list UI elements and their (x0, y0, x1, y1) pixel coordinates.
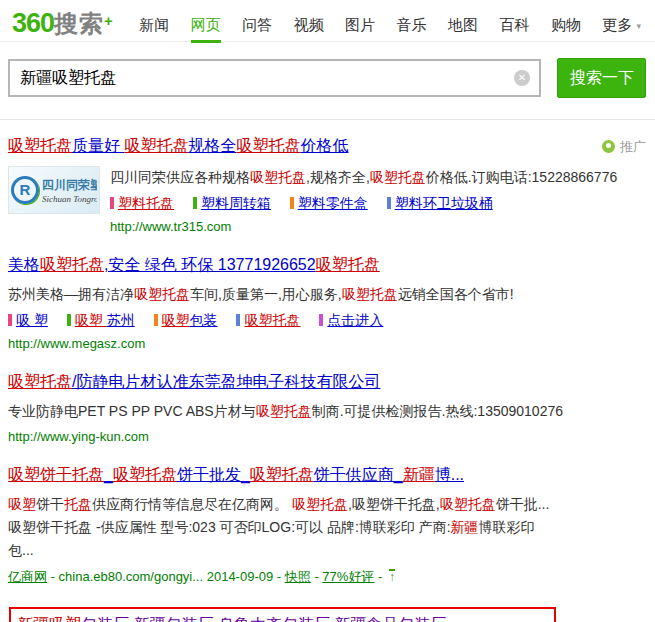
sublink-xisu-tray[interactable]: 吸塑托盘 (236, 312, 300, 328)
thumbnail-cn-text: 四川同荣塑料 (42, 177, 97, 194)
promoted-badge: 推广 (602, 138, 646, 156)
tab-shopping[interactable]: 购物 (551, 16, 581, 43)
sublink-xisu[interactable]: 吸 塑 (8, 312, 48, 328)
result-5: 新疆吸塑包装厂,新疆包装厂,乌鲁木齐包装厂,新疆食品包装厂_... 新疆安德吸塑… (17, 615, 546, 622)
thumbnail-en-text: Sichuan Tongrong (42, 194, 97, 204)
logo-360-text: 360 (12, 8, 54, 38)
sublink-trash-bin[interactable]: 塑料环卫垃圾桶 (387, 195, 493, 211)
result-2: 美格吸塑托盘,安全 绿色 环保 13771926652吸塑托盘 苏州美格—拥有洁… (8, 255, 655, 351)
promoted-label: 推广 (620, 139, 646, 154)
tab-more[interactable]: 更多 ▾ (602, 16, 641, 43)
annotation-box: 新疆吸塑包装厂,新疆包装厂,乌鲁木齐包装厂,新疆食品包装厂_... 新疆安德吸塑… (9, 607, 556, 622)
sublink-bar-icon (387, 197, 391, 209)
search-results: 推广 吸塑托盘质量好 吸塑托盘规格全吸塑托盘价格低 R 四川同荣塑料 Sichu… (0, 120, 655, 622)
clear-icon[interactable]: ✕ (514, 70, 530, 86)
logo-360-search[interactable]: 360搜索+ (12, 8, 113, 40)
sublink-bar-icon (110, 197, 114, 209)
sublink-bar-icon (319, 314, 323, 326)
result-sublinks: 塑料托盘 塑料周转箱 塑料零件盒 塑料环卫垃圾桶 (110, 195, 655, 213)
tab-video[interactable]: 视频 (294, 16, 324, 43)
sublink-bar-icon (154, 314, 158, 326)
result-1: 推广 吸塑托盘质量好 吸塑托盘规格全吸塑托盘价格低 R 四川同荣塑料 Sichu… (8, 136, 655, 234)
sublink-bar-icon (8, 314, 12, 326)
result-3: 吸塑托盘/防静电片材认准东莞盈坤电子科技有限公司 专业防静电PET PS PP … (8, 372, 655, 444)
tab-web[interactable]: 网页 (191, 16, 221, 43)
sublink-bar-icon (236, 314, 240, 326)
search-input[interactable] (10, 61, 500, 95)
result-description: 苏州美格—拥有洁净吸塑托盘车间,质量第一,用心服务,吸塑托盘远销全国各个省市! (8, 283, 655, 306)
sublink-parts-box[interactable]: 塑料零件盒 (290, 195, 368, 211)
result-4: 吸塑饼干托盘_吸塑托盘饼干批发_吸塑托盘饼干供应商_新疆博... 吸塑饼干托盘供… (8, 465, 553, 586)
site-name-link[interactable]: 亿商网 (8, 569, 47, 584)
sublink-bar-icon (67, 314, 71, 326)
sublink-xisu-suzhou[interactable]: 吸塑 苏州 (67, 312, 135, 328)
result-title-link[interactable]: 新疆吸塑包装厂,新疆包装厂,乌鲁木齐包装厂,新疆食品包装厂_... (17, 616, 469, 622)
result-url: http://www.megasz.com (8, 336, 655, 351)
rating-link[interactable]: 77%好评 (322, 569, 374, 584)
sublink-turnover-box[interactable]: 塑料周转箱 (193, 195, 271, 211)
search-box: ✕ (8, 59, 541, 97)
top-navigation: 360搜索+ 新闻 网页 问答 视频 图片 音乐 地图 百科 购物 更多 ▾ (0, 0, 655, 42)
logo-sousuo-text: 搜索 (54, 10, 104, 37)
result-title-link[interactable]: 吸塑托盘/防静电片材认准东莞盈坤电子科技有限公司 (8, 373, 380, 390)
result-url: http://www.tr315.com (110, 219, 655, 234)
result-title-link[interactable]: 吸塑托盘质量好 吸塑托盘规格全吸塑托盘价格低 (8, 137, 348, 154)
tab-qa[interactable]: 问答 (242, 16, 272, 43)
result-title-link[interactable]: 美格吸塑托盘,安全 绿色 环保 13771926652吸塑托盘 (8, 256, 380, 273)
search-button[interactable]: 搜索一下 (557, 58, 646, 98)
result-description: 吸塑饼干托盘供应商行情等信息尽在亿商网。 吸塑托盘,吸塑饼干托盘,吸塑托盘饼干批… (8, 493, 553, 562)
sublink-bar-icon (290, 197, 294, 209)
chevron-down-icon: ▾ (637, 21, 642, 31)
promoted-icon (602, 140, 615, 153)
tab-music[interactable]: 音乐 (397, 16, 427, 43)
back-to-top-icon[interactable]: ↑ (389, 569, 395, 583)
result-thumbnail-tongrong[interactable]: R 四川同荣塑料 Sichuan Tongrong (8, 166, 100, 214)
result-meta: 亿商网 - china.eb80.com/gongyi... 2014-09-0… (8, 568, 553, 586)
sublink-plastic-pallet[interactable]: 塑料托盘 (110, 195, 174, 211)
nav-tabs: 新闻 网页 问答 视频 图片 音乐 地图 百科 购物 更多 ▾ (139, 8, 655, 43)
tab-images[interactable]: 图片 (345, 16, 375, 43)
result-sublinks: 吸 塑 吸塑 苏州 吸塑包装 吸塑托盘 点击进入 (8, 312, 655, 330)
result-description: 专业防静电PET PS PP PVC ABS片材与吸塑托盘制商.可提供检测报告.… (8, 400, 655, 423)
result-url: http://www.ying-kun.com (8, 429, 655, 444)
tongrong-logo-icon: R (11, 176, 39, 204)
sublink-xisu-packaging[interactable]: 吸塑包装 (154, 312, 218, 328)
tab-wiki[interactable]: 百科 (499, 16, 529, 43)
result-description: 四川同荣供应各种规格吸塑托盘,规格齐全,吸塑托盘价格低.订购电话:1522886… (110, 166, 655, 189)
tab-maps[interactable]: 地图 (448, 16, 478, 43)
logo-plus-icon: + (104, 12, 113, 29)
snapshot-link[interactable]: 快照 (285, 569, 311, 584)
sublink-bar-icon (193, 197, 197, 209)
sublink-click-enter[interactable]: 点击进入 (319, 312, 383, 328)
tab-news[interactable]: 新闻 (139, 16, 169, 43)
search-bar: ✕ 搜索一下 (0, 42, 655, 98)
meta-url-date: - china.eb80.com/gongyi... 2014-09-09 - (47, 569, 285, 584)
result-title-link[interactable]: 吸塑饼干托盘_吸塑托盘饼干批发_吸塑托盘饼干供应商_新疆博... (8, 466, 464, 483)
